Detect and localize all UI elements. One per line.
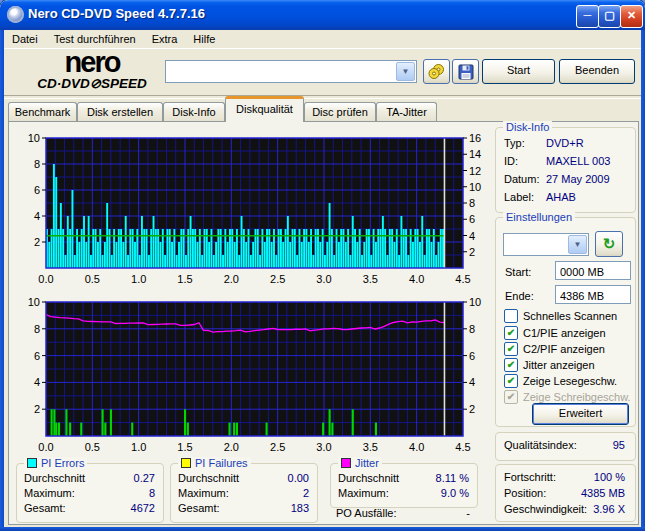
end-position-field[interactable]	[555, 285, 631, 304]
svg-text:0.5: 0.5	[85, 273, 100, 285]
po-failures-value: -	[466, 507, 470, 519]
chevron-down-icon[interactable]: ▼	[396, 62, 415, 81]
svg-text:8: 8	[469, 197, 475, 209]
menu-hilfe[interactable]: Hilfe	[185, 32, 223, 46]
chevron-down-icon[interactable]: ▼	[568, 235, 587, 254]
svg-text:2.5: 2.5	[270, 441, 285, 453]
position-value: 4385 MB	[581, 487, 625, 499]
svg-text:3.0: 3.0	[316, 441, 331, 453]
disk-info-panel: Disk-Info Typ: DVD+R ID: MAXELL 003 Datu…	[495, 127, 636, 213]
checkbox-checked-icon: ✔	[504, 390, 518, 404]
svg-text:2: 2	[34, 236, 40, 248]
checkbox-c2-pif[interactable]: ✔C2/PIF anzeigen	[504, 342, 605, 356]
svg-text:8: 8	[34, 158, 40, 170]
start-position-label: Start:	[505, 266, 531, 278]
svg-text:4.5: 4.5	[455, 273, 470, 285]
app-disc-icon	[7, 6, 24, 23]
svg-text:4.0: 4.0	[409, 273, 424, 285]
start-button[interactable]: Start	[482, 59, 555, 84]
quit-button[interactable]: Beenden	[559, 59, 635, 84]
pi-errors-legend-swatch	[27, 458, 37, 468]
tab-disk-info[interactable]: Disk-Info	[163, 102, 225, 122]
stat-label: Durchschnitt	[24, 472, 85, 484]
nero-logo-wordmark: nero	[12, 50, 172, 74]
disk-info-label: ID:	[504, 155, 518, 167]
drive-select[interactable]: [2:0] LITE-ON DVDRW LH-20A1H LL0D ▼	[165, 60, 417, 83]
checkbox-schreibgeschw: ✔Zeige Schreibgeschw.	[504, 390, 631, 404]
save-button[interactable]	[452, 59, 479, 84]
eject-disc-button[interactable]	[423, 59, 450, 84]
stat-label: Gesamt:	[24, 502, 66, 514]
svg-text:10: 10	[28, 296, 40, 308]
title-bar: Nero CD-DVD Speed 4.7.7.16 ─ ▢ ✕	[0, 0, 645, 30]
svg-text:16: 16	[469, 132, 481, 144]
refresh-button[interactable]: ↻	[595, 231, 623, 257]
tab-benchmark[interactable]: Benchmark	[8, 102, 77, 122]
stat-value: 4672	[131, 502, 155, 514]
checkbox-jitter[interactable]: ✔Jitter anzeigen	[504, 358, 595, 372]
menu-extra[interactable]: Extra	[144, 32, 186, 46]
disk-info-value: 27 May 2009	[546, 173, 610, 185]
advanced-button[interactable]: Erweitert	[532, 403, 629, 425]
tab-disk-erstellen[interactable]: Disk erstellen	[77, 102, 163, 122]
svg-text:3.5: 3.5	[363, 441, 378, 453]
checkbox-schnelles-scannen[interactable]: ✔Schnelles Scannen	[504, 309, 617, 323]
svg-text:4.5: 4.5	[455, 441, 470, 453]
stat-value: 0.27	[134, 472, 155, 484]
svg-text:6: 6	[469, 213, 475, 225]
tab-ta-jitter[interactable]: TA-Jitter	[376, 102, 437, 122]
menu-datei[interactable]: Datei	[4, 32, 46, 46]
svg-text:10: 10	[28, 132, 40, 144]
svg-text:2.0: 2.0	[224, 441, 239, 453]
menu-test-durchfuehren[interactable]: Test durchführen	[46, 32, 144, 46]
checkbox-icon: ✔	[504, 309, 518, 323]
window-border-bottom	[0, 527, 645, 531]
svg-text:3.5: 3.5	[363, 273, 378, 285]
svg-text:2: 2	[34, 403, 40, 415]
settings-panel: Einstellungen 4 X ▼ ↻ Start: Ende: ✔Schn…	[495, 217, 636, 427]
close-button[interactable]: ✕	[620, 5, 643, 28]
window-border-right	[641, 30, 645, 527]
svg-text:4: 4	[469, 230, 475, 242]
stat-label: Gesamt:	[178, 502, 220, 514]
start-position-field[interactable]	[555, 261, 631, 280]
stat-label: Maximum:	[338, 487, 389, 499]
stat-label: Durchschnitt	[178, 472, 239, 484]
progress-label: Fortschritt:	[504, 471, 556, 483]
checkbox-lesegeschw[interactable]: ✔Zeige Lesegeschw.	[504, 374, 617, 388]
checkbox-checked-icon: ✔	[504, 374, 518, 388]
speed-label: Geschwindigkeit:	[504, 503, 587, 515]
disk-info-label: Typ:	[504, 137, 525, 149]
stat-label: Maximum:	[178, 487, 229, 499]
po-failures-row: PO Ausfälle: -	[336, 507, 470, 519]
pi-failures-panel: PI Failures Durchschnitt0.00 Maximum:2 G…	[170, 463, 318, 523]
speed-select[interactable]: 4 X ▼	[503, 233, 589, 256]
svg-text:6: 6	[34, 184, 40, 196]
pi-errors-panel: PI Errors Durchschnitt0.27 Maximum:8 Ges…	[16, 463, 164, 523]
stat-value: 183	[291, 502, 309, 514]
svg-text:10: 10	[469, 296, 481, 308]
position-label: Position:	[504, 487, 546, 499]
window-title: Nero CD-DVD Speed 4.7.7.16	[28, 6, 205, 21]
discs-icon	[428, 63, 445, 80]
quality-index-label: Qualitätsindex:	[504, 439, 577, 451]
tab-diskqualitaet[interactable]: Diskqualität	[225, 96, 304, 122]
disk-info-value: MAXELL 003	[546, 155, 610, 167]
maximize-button[interactable]: ▢	[598, 5, 621, 28]
speed-value: 3.96 X	[593, 503, 625, 515]
quality-index-panel: Qualitätsindex: 95	[495, 432, 636, 461]
refresh-icon: ↻	[603, 235, 616, 253]
minimize-button[interactable]: ─	[576, 5, 599, 28]
end-position-label: Ende:	[505, 290, 534, 302]
stat-value: 2	[303, 487, 309, 499]
tab-disc-pruefen[interactable]: Disc prüfen	[304, 102, 376, 122]
checkbox-checked-icon: ✔	[504, 358, 518, 372]
pi-failures-legend-swatch	[181, 458, 191, 468]
quality-index-value: 95	[613, 439, 625, 451]
svg-text:10: 10	[469, 181, 481, 193]
svg-text:1.5: 1.5	[177, 441, 192, 453]
checkbox-c1-pie[interactable]: ✔C1/PIE anzeigen	[504, 326, 606, 340]
svg-text:2: 2	[469, 403, 475, 415]
pi-errors-chart: 1086421614121086420.00.51.01.52.02.53.03…	[14, 130, 482, 290]
svg-text:1.0: 1.0	[131, 273, 146, 285]
